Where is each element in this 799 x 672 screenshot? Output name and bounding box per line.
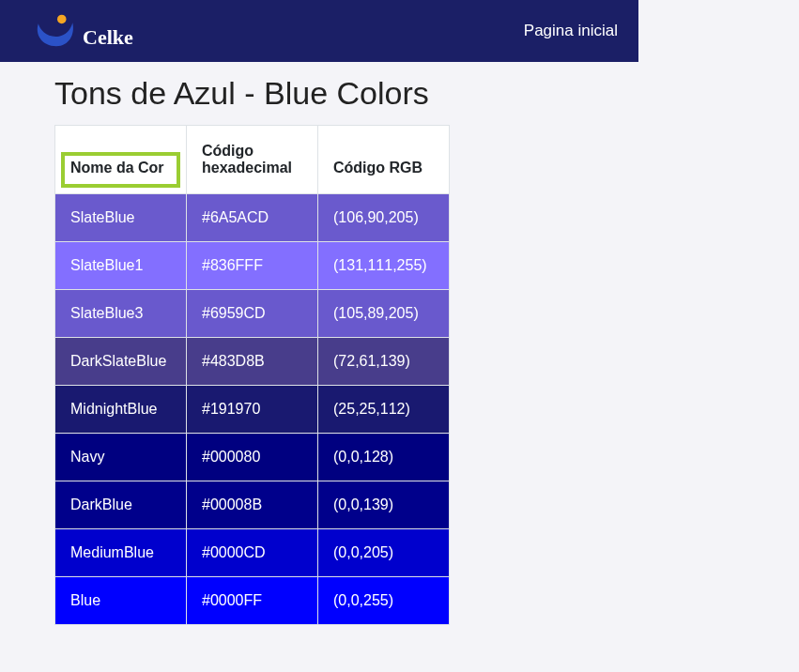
nav-home-link[interactable]: Pagina inicial: [524, 22, 618, 40]
cell-color-rgb: (25,25,112): [318, 386, 450, 434]
cell-color-name: Navy: [55, 434, 187, 481]
page-title: Tons de Azul - Blue Colors: [54, 75, 638, 112]
table-row: SlateBlue#6A5ACD(106,90,205): [55, 194, 450, 242]
table-row: MidnightBlue#191970(25,25,112): [55, 386, 450, 434]
th-name: Nome da Cor: [55, 126, 187, 194]
cell-color-name: DarkSlateBlue: [55, 338, 187, 386]
cell-color-name: Blue: [55, 577, 187, 625]
cell-color-name: MediumBlue: [55, 529, 187, 577]
cell-color-rgb: (0,0,205): [318, 529, 450, 577]
cell-color-hex: #6A5ACD: [187, 194, 318, 242]
table-row: SlateBlue1#836FFF(131,111,255): [55, 242, 450, 290]
cell-color-hex: #191970: [187, 386, 318, 434]
brand-logo[interactable]: Celke: [34, 7, 133, 55]
cell-color-hex: #483D8B: [187, 338, 318, 386]
cell-color-rgb: (72,61,139): [318, 338, 450, 386]
cell-color-rgb: (0,0,255): [318, 577, 450, 625]
table-row: Blue#0000FF(0,0,255): [55, 577, 450, 625]
navbar: Celke Pagina inicial: [0, 0, 638, 62]
th-rgb: Código RGB: [318, 126, 450, 194]
celke-logo-icon: [34, 7, 79, 55]
table-row: DarkSlateBlue#483D8B(72,61,139): [55, 338, 450, 386]
cell-color-hex: #000080: [187, 434, 318, 481]
table-row: SlateBlue3#6959CD(105,89,205): [55, 290, 450, 338]
cell-color-hex: #836FFF: [187, 242, 318, 290]
cell-color-hex: #00008B: [187, 481, 318, 529]
cell-color-rgb: (131,111,255): [318, 242, 450, 290]
cell-color-name: SlateBlue3: [55, 290, 187, 338]
color-table: Nome da Cor Código hexadecimal Código RG…: [54, 125, 450, 625]
cell-color-rgb: (0,0,128): [318, 434, 450, 481]
table-row: Navy#000080(0,0,128): [55, 434, 450, 481]
cell-color-hex: #0000CD: [187, 529, 318, 577]
cell-color-rgb: (106,90,205): [318, 194, 450, 242]
table-row: DarkBlue#00008B(0,0,139): [55, 481, 450, 529]
main-content: Tons de Azul - Blue Colors Nome da Cor C…: [0, 62, 638, 625]
svg-point-0: [57, 15, 67, 24]
cell-color-name: SlateBlue: [55, 194, 187, 242]
brand-name: Celke: [83, 25, 133, 50]
cell-color-name: DarkBlue: [55, 481, 187, 529]
table-row: MediumBlue#0000CD(0,0,205): [55, 529, 450, 577]
cell-color-name: MidnightBlue: [55, 386, 187, 434]
cell-color-hex: #0000FF: [187, 577, 318, 625]
cell-color-rgb: (0,0,139): [318, 481, 450, 529]
cell-color-rgb: (105,89,205): [318, 290, 450, 338]
cell-color-hex: #6959CD: [187, 290, 318, 338]
th-hex: Código hexadecimal: [187, 126, 318, 194]
cell-color-name: SlateBlue1: [55, 242, 187, 290]
